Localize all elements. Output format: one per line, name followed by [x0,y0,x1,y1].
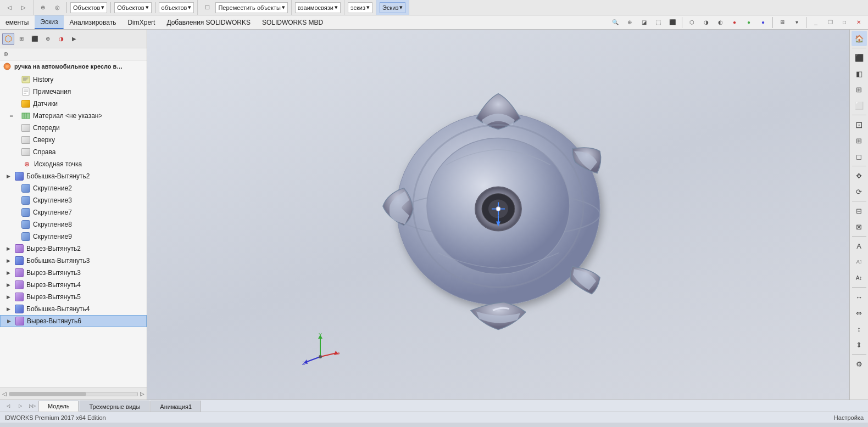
status-right: Настройка [834,414,864,421]
menu-analyze[interactable]: Анализировать [64,15,122,29]
tree-item-fillet2[interactable]: Скругление2 [0,182,147,194]
dynamic-section-btn[interactable]: ⊠ [852,219,867,234]
tab-model[interactable]: Модель [38,401,79,412]
menu-elements[interactable]: ементы [0,15,35,29]
tree-item-fillet7[interactable]: Скругление7 [0,206,147,218]
shade-icon2[interactable]: ◐ [714,16,726,29]
zoom-fit-btn[interactable]: ⊡ [852,117,867,132]
pan-btn[interactable]: ✥ [852,168,867,183]
tree-item-cut5[interactable]: ▶ Вырез-Вытянуть5 [0,291,147,303]
view-icon1[interactable]: ◪ [638,16,650,29]
menu-addins[interactable]: Добавления SOLIDWORKS [161,15,257,29]
tree-item-boss3[interactable]: ▶ Бобышка-Вытянуть3 [0,255,147,267]
sketch-dropdown1[interactable]: эскиз ▾ [348,2,372,13]
boss3-icon [14,256,24,266]
display-btn[interactable]: ◑ [55,33,67,45]
zoom-area-btn[interactable]: ⊞ [852,133,867,148]
zoom-icon[interactable]: ⊕ [624,16,636,29]
tree-item-fillet3[interactable]: Скругление3 [0,194,147,206]
view-front-btn[interactable]: ◧ [852,66,867,81]
color-icon3[interactable]: ● [757,16,769,29]
tree-item-top[interactable]: Сверху [0,134,147,146]
dropdown-icon[interactable]: ▾ [791,16,803,29]
arrow-btn1[interactable]: ↔ [852,289,867,305]
scroll-tabs-right2[interactable]: ▷▷ [26,400,38,412]
view-display-btn[interactable]: ⬜ [852,98,867,113]
tree-item-cut6[interactable]: ▶ Вырез-Вытянуть6 [0,315,147,327]
tree-item-cut4[interactable]: ▶ Вырез-Вытянуть4 [0,279,147,291]
scroll-tabs-right1[interactable]: ▷ [14,400,26,412]
feature-manager-btn[interactable]: ⬡ [2,33,14,45]
front-plane-icon [21,123,31,133]
tree-item-front[interactable]: Спереди [0,122,147,134]
property-manager-btn[interactable]: ⊞ [15,33,27,45]
notes-icon [21,87,31,97]
expand-btn[interactable]: ▶ [68,33,80,45]
search-icon[interactable]: 🔍 [609,16,621,29]
tree-item-fillet9[interactable]: Скругление9 [0,231,147,243]
home-view-btn[interactable]: 🏠 [852,31,867,46]
color-icon2[interactable]: ● [743,16,755,29]
text-btn3[interactable]: A↕ [852,270,867,285]
rotate-btn[interactable]: ⟳ [852,184,867,199]
root-tree-item[interactable]: ручка на автомобильное кресло ваз 2108 [0,60,147,72]
menu-dimxpert[interactable]: DimXpert [122,15,161,29]
shade-icon1[interactable]: ◑ [700,16,712,29]
section-btn[interactable]: ⊟ [852,203,867,218]
tree-item-material[interactable]: ═ Материал <не указан> [0,110,147,122]
move-dropdown[interactable]: Переместить объекты ▾ [215,2,287,13]
obj-dropdown3[interactable]: объектов ▾ [159,2,194,13]
tree-item-notes[interactable]: Примечания [0,86,147,98]
tree-item-cut2[interactable]: ▶ Вырез-Вытянуть2 [0,243,147,255]
window-close[interactable]: ✕ [853,16,865,29]
sketch-dropdown2[interactable]: Эскиз ▾ [380,2,405,13]
view-sheets-btn[interactable]: ⊞ [852,82,867,97]
arrow-btn3[interactable]: ↕ [852,321,867,336]
tab-3d-views[interactable]: Трехмерные виды [80,401,149,412]
view-icon2[interactable]: ⬚ [652,16,664,29]
tree-item-sensors[interactable]: Датчики [0,98,147,110]
tab-animation[interactable]: Анимация1 [151,401,201,412]
relations-dropdown[interactable]: взаимосвязи ▾ [295,2,341,13]
window-min[interactable]: _ [810,16,822,29]
obj-dropdown2[interactable]: Объектов ▾ [114,2,151,13]
window-restore[interactable]: ❐ [824,16,836,29]
view-icon3[interactable]: ⬛ [666,16,678,29]
window-max[interactable]: □ [838,16,850,29]
scroll-right[interactable]: ▷ [140,391,144,397]
zoom-prev-btn[interactable]: ◻ [852,149,867,164]
scroll-tabs-left[interactable]: ◁ [2,400,14,412]
menu-mbd[interactable]: SOLIDWORKS MBD [257,15,329,29]
monitor-icon[interactable]: 🖥 [776,16,788,29]
tree-item-boss1[interactable]: ▶ Бобышка-Вытянуть2 [0,170,147,182]
tree-item-history[interactable]: History [0,74,147,86]
tree-item-cut3[interactable]: ▶ Вырез-Вытянуть3 [0,267,147,279]
panel-resize-handle[interactable] [144,30,147,400]
text-btn1[interactable]: A [852,238,867,254]
snap-btn1[interactable]: ⊕ [37,2,49,14]
checkbox-btn[interactable]: ☐ [201,2,213,14]
arrow-btn4[interactable]: ⇕ [852,337,867,352]
tree-item-origin[interactable]: ⊕ Исходная точка [0,158,147,170]
obj-dropdown1[interactable]: Объектов ▾ [70,2,107,13]
move-group: ☐ Переместить объекты ▾ [198,0,291,15]
tree-item-right[interactable]: Справа [0,146,147,158]
snap-btn2[interactable]: ◎ [51,2,63,14]
view-cube-btn[interactable]: ⬛ [852,50,867,65]
color-icon1[interactable]: ● [728,16,741,29]
viewport[interactable]: X Y Z [147,30,849,400]
sketch-group: эскиз ▾ [344,0,376,15]
settings-btn[interactable]: ⚙ [852,356,867,372]
config-manager-btn[interactable]: ⬛ [29,33,41,45]
shape-icon[interactable]: ⬡ [686,16,698,29]
dimxpert-btn[interactable]: ⊕ [42,33,54,45]
cut3-icon [14,268,24,278]
forward-button[interactable]: ▷ [18,2,30,14]
tree-item-fillet8[interactable]: Скругление8 [0,218,147,231]
arrow-btn2[interactable]: ⇔ [852,305,867,321]
tree-item-boss4[interactable]: ▶ Бобышка-Вытянуть4 [0,303,147,315]
back-button[interactable]: ◁ [3,2,15,14]
menu-sketch[interactable]: Эскиз [35,15,64,29]
text-btn2[interactable]: A⃞ [852,254,867,269]
scroll-left[interactable]: ◁ [2,391,7,397]
